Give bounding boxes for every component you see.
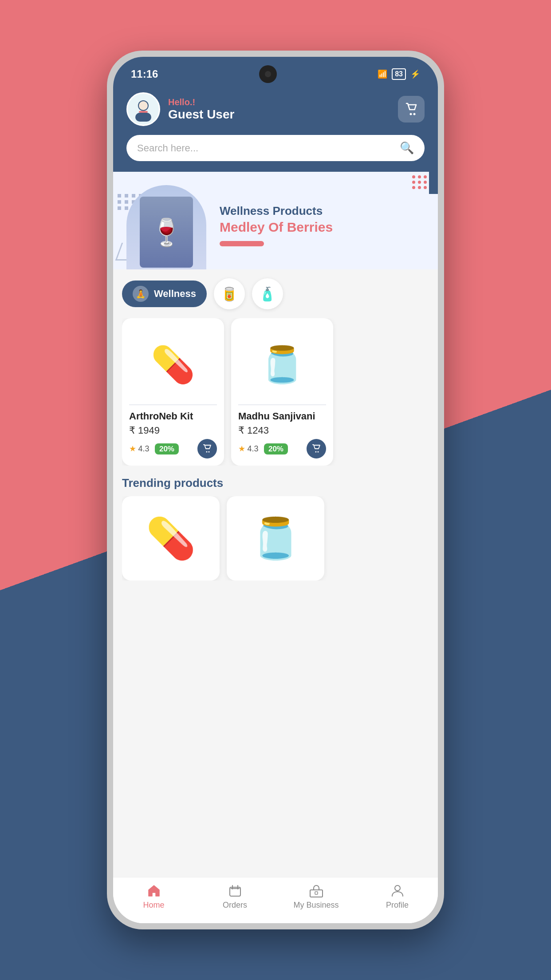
greeting-text: Hello.!	[168, 97, 234, 107]
star-icon-0: ★	[129, 444, 136, 453]
product-footer-0: ★ 4.3 20%	[129, 439, 217, 458]
banner: Wellness Products Medley Of Berries	[113, 172, 438, 269]
banner-image-area	[118, 181, 215, 269]
product-footer-1: ★ 4.3 20%	[238, 439, 326, 458]
search-icon: 🔍	[400, 141, 414, 155]
banner-accent-bar	[220, 241, 264, 246]
product-name-1: Madhu Sanjivani	[238, 411, 326, 422]
nav-business[interactable]: My Business	[276, 884, 357, 910]
rating-value-1: 4.3	[247, 444, 258, 453]
banner-title: Medley Of Berries	[220, 218, 429, 236]
trending-card-1[interactable]: 🫙	[227, 496, 324, 581]
product-emoji-0: 💊	[151, 344, 195, 386]
cart-button[interactable]	[398, 96, 425, 122]
charging-icon: ⚡	[410, 69, 420, 79]
greeting-block: Hello.! Guest User	[168, 97, 234, 122]
trending-title: Trending products	[122, 476, 429, 490]
star-icon-1: ★	[238, 444, 245, 453]
product-price-1: ₹ 1243	[238, 425, 326, 436]
add-to-cart-1[interactable]	[307, 439, 326, 458]
nav-orders[interactable]: Orders	[194, 884, 276, 910]
banner-text: Wellness Products Medley Of Berries	[215, 204, 429, 247]
svg-point-9	[318, 451, 319, 453]
battery-indicator: 83	[392, 68, 406, 80]
status-bar: 11:16 📶 83 ⚡	[113, 57, 438, 88]
wifi-icon: 📶	[378, 69, 387, 79]
search-container: Search here... 🔍	[113, 135, 438, 172]
status-icons: 📶 83 ⚡	[378, 68, 420, 80]
status-time: 11:16	[131, 68, 158, 80]
nav-business-label: My Business	[293, 901, 338, 910]
svg-point-5	[413, 113, 416, 115]
trending-product-0: 💊	[146, 515, 196, 562]
nav-home[interactable]: Home	[113, 884, 194, 910]
banner-arch	[126, 185, 206, 269]
svg-point-6	[206, 451, 208, 453]
product-rating-0: ★ 4.3 20%	[129, 444, 179, 454]
nav-orders-label: Orders	[223, 901, 247, 910]
nav-home-label: Home	[143, 901, 164, 910]
nav-profile-label: Profile	[386, 901, 409, 910]
category-food[interactable]: 🥫	[214, 278, 245, 309]
banner-product	[140, 197, 193, 268]
product-price-0: ₹ 1949	[129, 425, 217, 436]
product-card-0[interactable]: 💊 ArthroNeb Kit ₹ 1949 ★ 4.3 20%	[122, 318, 224, 466]
svg-point-8	[315, 451, 317, 453]
trending-product-1: 🫙	[251, 515, 300, 562]
svg-rect-13	[315, 892, 318, 894]
product-emoji-1: 🫙	[260, 344, 304, 386]
product-name-0: ArthroNeb Kit	[129, 411, 217, 422]
products-scroll: 💊 ArthroNeb Kit ₹ 1949 ★ 4.3 20%	[122, 318, 429, 466]
nav-profile[interactable]: Profile	[357, 884, 438, 910]
avatar[interactable]	[126, 92, 160, 126]
search-input[interactable]: Search here...	[137, 142, 394, 154]
svg-point-7	[209, 451, 210, 453]
user-name: Guest User	[168, 107, 234, 122]
products-section: 💊 ArthroNeb Kit ₹ 1949 ★ 4.3 20%	[113, 314, 438, 470]
category-wellness[interactable]: 🧘 Wellness	[122, 281, 207, 307]
phone-frame: 11:16 📶 83 ⚡ Hello.!	[107, 51, 444, 929]
trending-card-0[interactable]: 💊	[122, 496, 220, 581]
user-info: Hello.! Guest User	[126, 92, 234, 126]
category-wellness-label: Wellness	[154, 288, 196, 300]
svg-point-14	[395, 885, 400, 891]
categories-row: 🧘 Wellness 🥫 🧴	[113, 269, 438, 314]
discount-badge-1: 20%	[264, 443, 288, 454]
trending-section: Trending products 💊 🫙	[113, 470, 438, 585]
discount-badge-0: 20%	[155, 443, 179, 454]
svg-rect-3	[139, 111, 148, 113]
product-card-1[interactable]: 🫙 Madhu Sanjivani ₹ 1243 ★ 4.3 20%	[231, 318, 333, 466]
phone-screen: 11:16 📶 83 ⚡ Hello.!	[113, 57, 438, 923]
banner-right-accent	[429, 172, 438, 194]
rating-value-0: 4.3	[138, 444, 149, 453]
banner-right-dots	[412, 175, 427, 189]
svg-rect-11	[231, 888, 240, 889]
main-content: Wellness Products Medley Of Berries 🧘	[113, 172, 438, 877]
spray-icon: 🧴	[259, 286, 276, 302]
product-image-1: 🫙	[238, 325, 326, 405]
svg-point-4	[410, 113, 412, 115]
add-to-cart-0[interactable]	[197, 439, 217, 458]
product-image-0: 💊	[129, 325, 217, 405]
product-rating-1: ★ 4.3 20%	[238, 444, 288, 454]
trending-scroll: 💊 🫙	[122, 496, 429, 581]
svg-rect-12	[310, 890, 323, 897]
banner-subtitle: Wellness Products	[220, 204, 429, 219]
wellness-icon: 🧘	[133, 286, 149, 302]
app-header: Hello.! Guest User	[113, 88, 438, 135]
svg-point-2	[139, 101, 148, 110]
search-bar[interactable]: Search here... 🔍	[126, 135, 425, 161]
food-icon: 🥫	[221, 286, 237, 302]
category-spray[interactable]: 🧴	[252, 278, 283, 309]
bottom-nav: Home Orders My Business	[113, 877, 438, 923]
camera-icon	[259, 65, 277, 83]
svg-rect-1	[135, 113, 151, 122]
